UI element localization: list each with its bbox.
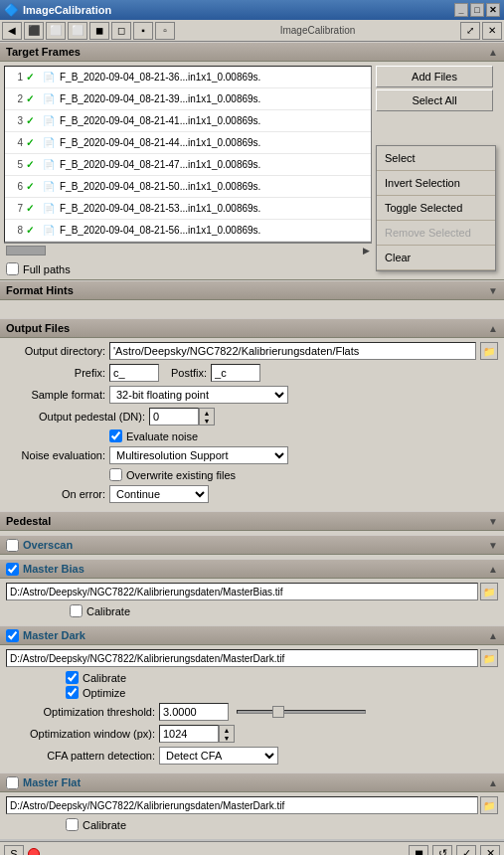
overscan-checkbox[interactable] <box>6 539 19 552</box>
noise-evaluation-select[interactable]: Multiresolution Support Iterative K-Sigm… <box>109 446 288 464</box>
context-invert-selection[interactable]: Invert Selection <box>377 171 495 196</box>
opt-window-spin-down[interactable]: ▼ <box>220 734 234 742</box>
select-all-button[interactable]: Select All <box>376 89 493 111</box>
file-list[interactable]: 1 ✓ 📄 F_B_2020-09-04_08-21-36...in1x1_0.… <box>4 66 372 243</box>
optimization-window-input[interactable] <box>159 725 219 743</box>
master-bias-browse-button[interactable]: 📁 <box>480 583 498 600</box>
on-error-select[interactable]: Continue Abort Ask User <box>109 485 209 503</box>
toolbar-btn-6[interactable]: ◻ <box>111 22 131 40</box>
master-dark-calibrate-checkbox[interactable] <box>66 671 79 684</box>
overwrite-row: Overwrite existing files <box>6 468 498 481</box>
master-dark-arrow[interactable]: ▲ <box>488 630 498 641</box>
master-dark-optimize-label: Optimize <box>83 687 125 699</box>
master-dark-optimize-row: Optimize <box>66 686 498 699</box>
master-flat-calibrate-checkbox[interactable] <box>66 818 79 831</box>
maximize-button[interactable]: □ <box>470 3 484 17</box>
main-toolbar: ◀ ⬛ ⬜ ⬜ ◼ ◻ ▪ ▫ ImageCalibration ⤢ ✕ <box>0 20 504 42</box>
format-hints-header: Format Hints ▼ <box>0 280 504 300</box>
output-pedestal-input[interactable] <box>149 408 199 426</box>
pedestal-arrow[interactable]: ▼ <box>488 516 498 527</box>
table-row[interactable]: 6 ✓ 📄 F_B_2020-09-04_08-21-50...in1x1_0.… <box>5 176 371 198</box>
master-dark-browse-button[interactable]: 📁 <box>480 649 498 667</box>
toolbar-btn-5[interactable]: ◼ <box>89 22 109 40</box>
master-dark-path-input[interactable] <box>6 649 478 667</box>
full-paths-checkbox[interactable] <box>6 262 19 275</box>
context-clear[interactable]: Clear <box>377 246 495 270</box>
toolbar-btn-7[interactable]: ▪ <box>133 22 153 40</box>
toolbar-expand-btn[interactable]: ⤢ <box>460 22 480 40</box>
table-row[interactable]: 3 ✓ 📄 F_B_2020-09-04_08-21-41...in1x1_0.… <box>5 110 371 132</box>
master-bias-arrow[interactable]: ▲ <box>488 564 498 575</box>
optimization-window-row: Optimization window (px): ▲ ▼ <box>6 725 498 743</box>
cfa-pattern-row: CFA pattern detection: Detect CFA None B… <box>6 747 498 765</box>
table-row[interactable]: 4 ✓ 📄 F_B_2020-09-04_08-21-44...in1x1_0.… <box>5 132 371 154</box>
close-button[interactable]: ✕ <box>486 3 500 17</box>
table-row[interactable]: 7 ✓ 📄 F_B_2020-09-04_08-21-53...in1x1_0.… <box>5 198 371 220</box>
output-dir-browse-button[interactable]: 📁 <box>480 342 498 360</box>
sample-format-row: Sample format: 32-bit floating point 8-b… <box>6 386 498 404</box>
pedestal-spinner-arrows: ▲ ▼ <box>199 408 215 426</box>
postfix-label: Postfix: <box>171 367 207 379</box>
master-flat-path-input[interactable] <box>6 796 478 814</box>
table-row[interactable]: 2 ✓ 📄 F_B_2020-09-04_08-21-39...in1x1_0.… <box>5 88 371 110</box>
context-remove-selected[interactable]: Remove Selected <box>377 221 495 246</box>
output-files-arrow[interactable]: ▲ <box>488 323 498 334</box>
target-frames-arrow[interactable]: ▲ <box>488 47 498 58</box>
toolbar-close-btn[interactable]: ✕ <box>482 22 502 40</box>
table-row[interactable]: 5 ✓ 📄 F_B_2020-09-04_08-21-47...in1x1_0.… <box>5 154 371 176</box>
master-bias-checkbox[interactable] <box>6 563 19 576</box>
preview-button[interactable]: ◼ <box>409 845 428 856</box>
master-bias-calibrate-checkbox[interactable] <box>70 604 83 617</box>
ok-button[interactable]: ✓ <box>456 845 476 856</box>
file-icon: 📄 <box>43 93 57 104</box>
toolbar-btn-3[interactable]: ⬜ <box>46 22 66 40</box>
output-directory-input[interactable] <box>109 342 476 360</box>
master-flat-browse-button[interactable]: 📁 <box>480 796 498 814</box>
reset-button[interactable]: ↺ <box>432 845 452 856</box>
opt-window-spin-up[interactable]: ▲ <box>220 726 234 734</box>
prefix-input[interactable] <box>109 364 159 382</box>
scrollbar-thumb[interactable] <box>6 246 46 256</box>
evaluate-noise-checkbox[interactable] <box>109 429 122 442</box>
format-hints-arrow[interactable]: ▼ <box>488 285 498 296</box>
pedestal-spin-up[interactable]: ▲ <box>200 409 214 417</box>
overscan-header: Overscan ▼ <box>0 535 504 555</box>
optimization-threshold-slider[interactable] <box>237 710 366 714</box>
format-hints-content <box>0 300 504 318</box>
overscan-label: Overscan <box>23 539 73 551</box>
master-bias-path-input[interactable] <box>6 583 478 600</box>
pedestal-spin-down[interactable]: ▼ <box>200 417 214 425</box>
script-button[interactable]: S <box>4 845 24 856</box>
minimize-button[interactable]: _ <box>454 3 468 17</box>
cancel-button[interactable]: ✕ <box>480 845 500 856</box>
cfa-pattern-select[interactable]: Detect CFA None Bayer RGGB Bayer BGGR Ba… <box>159 747 278 765</box>
horizontal-scrollbar[interactable]: ▶ <box>4 243 372 256</box>
toolbar-btn-2[interactable]: ⬛ <box>24 22 44 40</box>
master-bias-header: Master Bias ▲ <box>0 559 504 579</box>
master-bias-calibrate-row: Calibrate <box>6 604 498 621</box>
table-row[interactable]: 8 ✓ 📄 F_B_2020-09-04_08-21-56...in1x1_0.… <box>5 220 371 242</box>
master-dark-options: Calibrate Optimize <box>6 671 498 699</box>
sample-format-select[interactable]: 32-bit floating point 8-bit integer 16-b… <box>109 386 288 404</box>
file-icon: 📄 <box>43 159 57 170</box>
scroll-right-arrow[interactable]: ▶ <box>363 246 370 256</box>
output-directory-row: Output directory: 📁 <box>6 342 498 360</box>
toolbar-btn-1[interactable]: ◀ <box>2 22 22 40</box>
toolbar-btn-4[interactable]: ⬜ <box>68 22 87 40</box>
master-flat-calibrate-row: Calibrate <box>6 818 498 835</box>
context-toggle-selected[interactable]: Toggle Selected <box>377 196 495 221</box>
context-select[interactable]: Select <box>377 146 495 171</box>
master-flat-checkbox[interactable] <box>6 776 19 789</box>
overscan-arrow[interactable]: ▼ <box>488 540 498 551</box>
evaluate-noise-row: Evaluate noise <box>6 429 498 442</box>
table-row[interactable]: 1 ✓ 📄 F_B_2020-09-04_08-21-36...in1x1_0.… <box>5 67 371 88</box>
overwrite-checkbox[interactable] <box>109 468 122 481</box>
master-flat-arrow[interactable]: ▲ <box>488 777 498 788</box>
toolbar-btn-8[interactable]: ▫ <box>155 22 175 40</box>
master-dark-checkbox[interactable] <box>6 629 19 642</box>
postfix-input[interactable] <box>211 364 260 382</box>
add-files-button[interactable]: Add Files <box>376 66 493 87</box>
master-dark-optimize-checkbox[interactable] <box>66 686 79 699</box>
master-dark-calibrate-row: Calibrate <box>66 671 498 684</box>
optimization-threshold-input[interactable] <box>159 703 229 721</box>
